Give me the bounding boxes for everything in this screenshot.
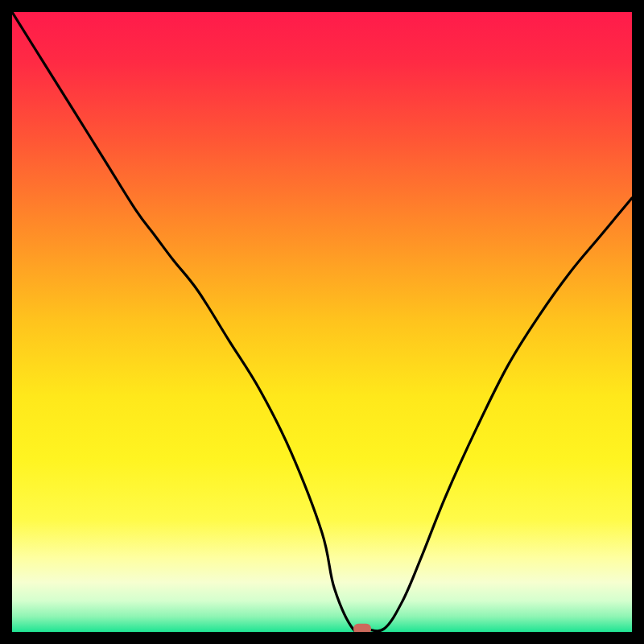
optimal-marker <box>353 624 371 632</box>
chart-frame: TheBottlenecker.com <box>12 12 632 632</box>
chart-background <box>12 12 632 632</box>
bottleneck-chart <box>12 12 632 632</box>
